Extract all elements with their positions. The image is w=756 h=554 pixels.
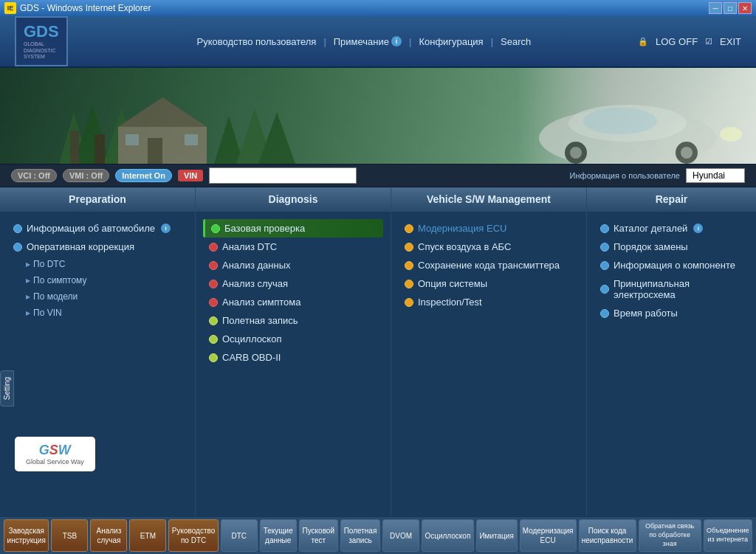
toolbar-dvom[interactable]: DVOM <box>382 519 419 552</box>
internet-status: Internet On <box>115 169 172 182</box>
svg-point-22 <box>583 108 657 134</box>
dot-wiring-diagram <box>600 285 609 294</box>
svg-rect-10 <box>185 134 198 145</box>
menu-item-abs-bleed[interactable]: Спуск воздуха в АБС <box>399 238 579 256</box>
nav-search[interactable]: Search <box>501 36 531 47</box>
dot-oscilloscope <box>209 335 218 344</box>
menu-item-parts-catalog[interactable]: Каталог деталей i <box>594 219 749 238</box>
menu-item-vehicle-info[interactable]: Информация об автомобиле i <box>7 219 188 238</box>
menu-item-oscilloscope[interactable]: Осциллоскоп <box>203 330 383 348</box>
dot-system-option <box>405 280 413 288</box>
dot-case-analysis <box>209 280 218 288</box>
minimize-button[interactable]: ─ <box>709 2 722 14</box>
diagnosis-body: Базовая проверка Анализ DTC Анализ данны… <box>196 212 391 374</box>
dot-carb-obd <box>209 353 218 362</box>
nav-items: Руководство пользователя | Примечание i … <box>90 36 638 47</box>
menu-item-inspection-test[interactable]: Inspection/Test <box>399 293 579 311</box>
menu-item-correction[interactable]: Оперативная коррекция <box>7 238 188 256</box>
bottom-toolbar: Заводскаяинструкция TSB Анализслучая ETM… <box>0 516 756 554</box>
nav-user-guide[interactable]: Руководство пользователя <box>196 36 316 47</box>
col-diagnosis: Diagnosis Базовая проверка Анализ DTC Ан… <box>196 187 391 516</box>
toolbar-oscilloscope[interactable]: Осциллоскоп <box>422 519 474 552</box>
nav-config[interactable]: Конфигурация <box>419 36 483 47</box>
menu-item-symptom-analysis[interactable]: Анализ симптома <box>203 293 383 311</box>
close-button[interactable]: ✕ <box>738 2 752 14</box>
menu-item-transmitter[interactable]: Сохранение кода трансмиттера <box>399 256 579 274</box>
vehicle-info-icon: i <box>161 224 171 233</box>
dot-ecu-update <box>405 224 413 233</box>
toolbar-startup-test[interactable]: Пусковойтест <box>299 519 338 552</box>
status-bar: VCI : Off VMI : Off Internet On VIN Инфо… <box>0 164 756 187</box>
dot-dtc-analysis <box>209 243 218 252</box>
toolbar-current-data[interactable]: Текущиеданные <box>260 519 297 552</box>
vci-status: VCI : Off <box>11 169 57 182</box>
checkbox-icon: ☑ <box>705 37 712 46</box>
logo-gds: GDS <box>24 22 59 41</box>
menu-item-system-option[interactable]: Опция системы <box>399 274 579 293</box>
menu-item-dtc-analysis[interactable]: Анализ DTC <box>203 238 383 256</box>
svg-point-21 <box>720 127 742 142</box>
maximize-button[interactable]: □ <box>724 2 737 14</box>
app-icon: IE <box>4 2 16 14</box>
toolbar-etm[interactable]: ETM <box>129 519 166 552</box>
dot-abs-bleed <box>405 243 413 252</box>
toolbar-simulation[interactable]: Имитация <box>476 519 518 552</box>
dot-basic-check <box>211 224 220 233</box>
logoff-button[interactable]: LOG OFF <box>656 36 698 47</box>
sub-item-dtc[interactable]: По DTC <box>22 256 188 272</box>
dot-inspection-test <box>405 298 413 307</box>
menu-item-flight-record[interactable]: Полетная запись <box>203 311 383 330</box>
toolbar-internet-merge[interactable]: Объединениеиз интернета <box>704 519 752 552</box>
toolbar-dtc[interactable]: DTC <box>221 519 258 552</box>
col-repair: Repair Каталог деталей i Порядок замены … <box>587 187 756 516</box>
hero-banner <box>0 68 756 164</box>
dot-vehicle-info <box>13 224 22 233</box>
menu-item-carb-obd[interactable]: CARB OBD-II <box>203 348 383 367</box>
lock-icon: 🔒 <box>638 37 648 46</box>
svg-rect-4 <box>70 131 79 164</box>
preparation-body: Информация об автомобиле i Оперативная к… <box>0 212 195 328</box>
toolbar-factory-instruction[interactable]: Заводскаяинструкция <box>4 519 49 552</box>
vmi-status: VMI : Off <box>63 169 109 182</box>
toolbar-case-analysis[interactable]: Анализслучая <box>90 519 127 552</box>
side-setting-tab[interactable]: Setting <box>0 370 14 406</box>
svg-rect-5 <box>94 134 105 164</box>
parts-info-icon: i <box>693 224 703 233</box>
dot-work-time <box>600 309 609 318</box>
svg-point-20 <box>681 147 693 159</box>
sub-item-symptom[interactable]: По симптому <box>22 272 188 288</box>
menu-item-component-info[interactable]: Информация о компоненте <box>594 256 749 274</box>
menu-item-basic-check[interactable]: Базовая проверка <box>203 219 383 238</box>
menu-item-data-analysis[interactable]: Анализ данных <box>203 256 383 274</box>
menu-item-case-analysis[interactable]: Анализ случая <box>203 274 383 293</box>
toolbar-ecu-modernization[interactable]: МодернизацияECU <box>520 519 577 552</box>
dot-transmitter <box>405 261 413 270</box>
svg-rect-8 <box>148 138 162 164</box>
dot-flight-record <box>209 316 218 325</box>
exit-button[interactable]: EXIT <box>720 36 741 47</box>
dot-parts-catalog <box>600 224 609 233</box>
preparation-header: Preparation <box>0 187 195 212</box>
gsw-logo-text: GSW <box>26 443 84 458</box>
vin-input[interactable] <box>209 167 357 184</box>
menu-item-wiring-diagram[interactable]: Принципиальная электросхема <box>594 274 749 304</box>
repair-header: Repair <box>587 187 756 212</box>
nav-notes[interactable]: Примечание <box>334 36 389 47</box>
toolbar-flight-record[interactable]: Полетнаязапись <box>340 519 380 552</box>
logo-subtitle: GLOBAL DIAGNOSTIC SYSTEM <box>24 41 59 60</box>
menu-item-work-time[interactable]: Время работы <box>594 304 749 322</box>
menu-item-replacement-order[interactable]: Порядок замены <box>594 238 749 256</box>
sub-item-vin[interactable]: По VIN <box>22 305 188 321</box>
user-info-value: Hyundai <box>686 168 745 183</box>
col-vehicle-sw: Vehicle S/W Management Модернизация ECU … <box>391 187 587 516</box>
toolbar-tsb[interactable]: TSB <box>51 519 88 552</box>
menu-item-ecu-update[interactable]: Модернизация ECU <box>399 219 579 238</box>
toolbar-dtc-guide[interactable]: Руководствопо DTC <box>168 519 218 552</box>
dot-symptom-analysis <box>209 298 218 307</box>
titlebar: IE GDS - Windows Internet Explorer ─ □ ✕ <box>0 0 756 16</box>
toolbar-fault-search[interactable]: Поиск коданеисправности <box>579 519 636 552</box>
diagnosis-header: Diagnosis <box>196 187 391 212</box>
logo-box: GDS GLOBAL DIAGNOSTIC SYSTEM <box>15 16 68 66</box>
sub-item-model[interactable]: По модели <box>22 288 188 305</box>
toolbar-feedback[interactable]: Обратная связьпо обработке зная <box>639 519 701 552</box>
